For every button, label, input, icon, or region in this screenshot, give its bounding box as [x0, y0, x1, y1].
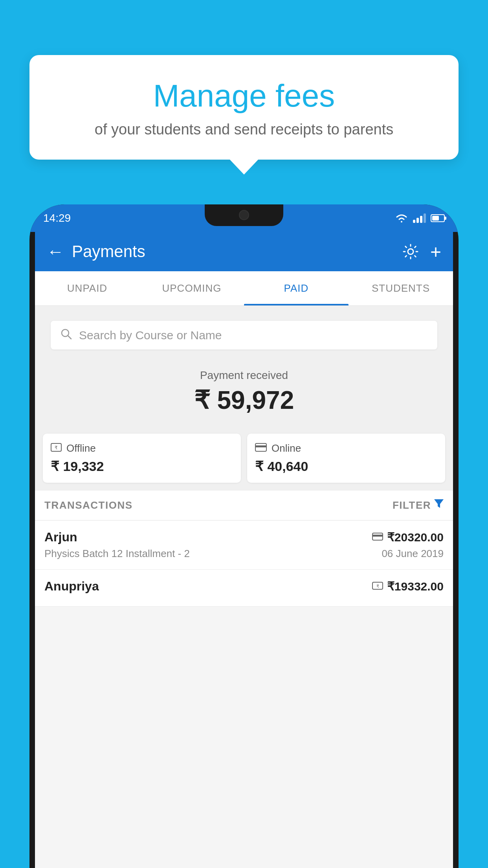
svg-point-0 [408, 249, 413, 254]
signal-icon [413, 213, 426, 223]
transactions-label: TRANSACTIONS [44, 499, 393, 511]
payment-received-label: Payment received [43, 369, 445, 382]
svg-rect-6 [255, 445, 266, 447]
wifi-icon [395, 213, 408, 223]
transaction-row[interactable]: Anupriya ₹ ₹19332.00 [35, 570, 453, 607]
payment-received-section: Payment received ₹ 59,972 [35, 357, 453, 426]
search-bar[interactable]: Search by Course or Name [51, 321, 437, 349]
speech-bubble: Manage fees of your students and send re… [29, 55, 459, 160]
transaction-name: Anupriya [44, 579, 99, 594]
back-button[interactable]: ← [47, 243, 64, 260]
credit-card-icon [372, 531, 383, 543]
offline-payment-card: ₹ Offline ₹ 19,332 [43, 434, 241, 483]
svg-rect-9 [372, 535, 383, 537]
battery-icon [431, 214, 445, 222]
header-title: Payments [72, 242, 402, 261]
tab-upcoming[interactable]: UPCOMING [139, 271, 244, 305]
online-icon [255, 442, 267, 454]
tab-students[interactable]: STUDENTS [349, 271, 453, 305]
offline-label: Offline [66, 442, 96, 454]
battery-fill [432, 216, 439, 221]
online-card-header: Online [255, 442, 437, 454]
add-button[interactable]: + [430, 241, 441, 263]
transaction-amount: ₹20320.00 [387, 530, 444, 544]
offline-icon: ₹ [51, 442, 62, 454]
svg-text:₹: ₹ [376, 584, 379, 588]
transaction-amount-wrap: ₹20320.00 [372, 530, 444, 544]
svg-marker-7 [434, 499, 444, 508]
speech-bubble-title: Manage fees [49, 79, 439, 113]
offline-amount: ₹ 19,332 [51, 458, 233, 474]
header-icons: + [402, 241, 441, 263]
transaction-top: Arjun ₹20320.00 [44, 530, 444, 544]
transaction-row[interactable]: Arjun ₹20320.00 Physics Batch 12 Install… [35, 520, 453, 570]
gear-icon[interactable] [402, 243, 419, 260]
transaction-amount-wrap: ₹ ₹19332.00 [372, 579, 444, 593]
tab-paid[interactable]: PAID [244, 271, 349, 305]
search-placeholder: Search by Course or Name [79, 329, 222, 342]
online-payment-card: Online ₹ 40,640 [247, 434, 445, 483]
rupee-card-icon: ₹ [372, 580, 383, 592]
online-label: Online [272, 442, 301, 454]
app-header: ← Payments + [35, 232, 453, 271]
svg-line-2 [68, 336, 71, 339]
svg-text:₹: ₹ [55, 445, 58, 451]
phone-frame: 14:29 ← Payments [29, 204, 459, 868]
status-time: 14:29 [43, 212, 71, 224]
transaction-amount: ₹19332.00 [387, 579, 444, 593]
speech-bubble-subtitle: of your students and send receipts to pa… [49, 121, 439, 138]
transaction-name: Arjun [44, 530, 77, 544]
phone-notch [205, 204, 283, 226]
transaction-date: 06 June 2019 [382, 548, 444, 560]
payment-cards: ₹ Offline ₹ 19,332 Online [35, 426, 453, 491]
transaction-top: Anupriya ₹ ₹19332.00 [44, 579, 444, 594]
transaction-bottom: Physics Batch 12 Installment - 2 06 June… [44, 548, 444, 560]
search-icon [60, 328, 72, 342]
notch-camera [239, 210, 249, 220]
filter-icon[interactable] [434, 499, 444, 511]
transactions-header: TRANSACTIONS FILTER [35, 491, 453, 520]
tab-unpaid[interactable]: UNPAID [35, 271, 139, 305]
tabs-bar: UNPAID UPCOMING PAID STUDENTS [35, 271, 453, 306]
status-icons [395, 213, 445, 223]
transaction-desc: Physics Batch 12 Installment - 2 [44, 548, 190, 560]
payment-received-amount: ₹ 59,972 [43, 386, 445, 415]
filter-label: FILTER [393, 499, 431, 511]
offline-card-header: ₹ Offline [51, 442, 233, 454]
phone-screen: ← Payments + UNPAID UPCOMING PAID STUDEN… [35, 232, 453, 868]
online-amount: ₹ 40,640 [255, 458, 437, 474]
